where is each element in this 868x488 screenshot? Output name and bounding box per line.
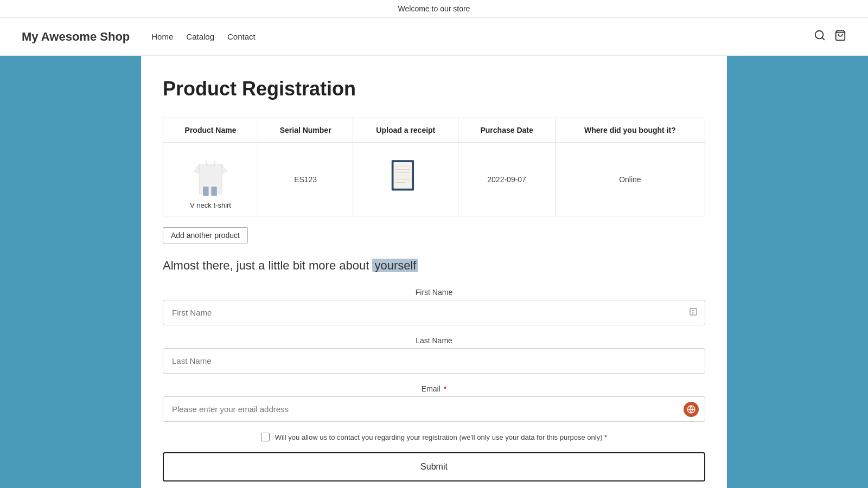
col-where-bought: Where did you bought it? xyxy=(555,118,705,143)
product-name-label: V neck t-shirt xyxy=(190,201,231,209)
nav-contact[interactable]: Contact xyxy=(227,32,256,41)
svg-rect-8 xyxy=(203,187,208,196)
cart-icon[interactable] xyxy=(834,29,846,44)
nav-links: Home Catalog Contact xyxy=(151,32,814,41)
consent-checkbox-row: Will you allow us to contact you regardi… xyxy=(163,433,705,441)
email-group: Email * xyxy=(163,384,705,422)
svg-marker-4 xyxy=(194,164,199,174)
email-label: Email * xyxy=(163,384,705,393)
email-wrapper xyxy=(163,396,705,422)
product-name-cell: V neck t-shirt xyxy=(163,143,258,216)
banner-text: Welcome to our store xyxy=(398,4,470,13)
col-serial-number: Serial Number xyxy=(258,118,353,143)
email-browser-icon xyxy=(684,402,699,417)
first-name-input[interactable] xyxy=(163,300,705,325)
first-name-label: First Name xyxy=(163,288,705,297)
first-name-group: First Name xyxy=(163,288,705,325)
serial-number-cell: ES123 xyxy=(258,143,353,216)
svg-line-6 xyxy=(206,160,207,164)
search-icon[interactable] xyxy=(814,29,826,44)
consent-label: Will you allow us to contact you regardi… xyxy=(275,433,607,441)
nav-catalog[interactable]: Catalog xyxy=(186,32,214,41)
last-name-wrapper xyxy=(163,348,705,374)
product-tshirt-image xyxy=(192,149,229,198)
svg-rect-3 xyxy=(199,164,222,194)
table-row: V neck t-shirt ES123 xyxy=(163,143,705,216)
consent-checkbox[interactable] xyxy=(261,433,270,441)
nav-home[interactable]: Home xyxy=(151,32,173,41)
last-name-label: Last Name xyxy=(163,336,705,345)
where-bought-cell: Online xyxy=(555,143,705,216)
purchase-date-cell: 2022-09-07 xyxy=(458,143,555,216)
store-banner: Welcome to our store xyxy=(0,0,868,18)
svg-rect-9 xyxy=(211,187,216,196)
col-upload-receipt: Upload a receipt xyxy=(353,118,458,143)
svg-line-1 xyxy=(822,37,824,40)
navbar: My Awesome Shop Home Catalog Contact xyxy=(0,18,868,56)
subtitle-highlight: yourself xyxy=(372,259,418,272)
main-content: Product Registration Product Name Serial… xyxy=(141,56,727,488)
col-product-name: Product Name xyxy=(163,118,258,143)
store-brand[interactable]: My Awesome Shop xyxy=(22,30,130,44)
receipt-cell xyxy=(353,143,458,216)
last-name-input[interactable] xyxy=(163,348,705,374)
add-product-button[interactable]: Add another product xyxy=(163,227,248,243)
page-title: Product Registration xyxy=(163,78,705,100)
last-name-group: Last Name xyxy=(163,336,705,374)
col-purchase-date: Purchase Date xyxy=(458,118,555,143)
section-subtitle: Almost there, just a little bit more abo… xyxy=(163,259,705,273)
first-name-icon xyxy=(689,307,698,318)
email-input[interactable] xyxy=(163,396,705,422)
subtitle-prefix: Almost there, just a little bit more abo… xyxy=(163,259,372,272)
svg-line-7 xyxy=(214,160,215,164)
submit-button[interactable]: Submit xyxy=(163,452,705,481)
receipt-image xyxy=(390,157,422,200)
svg-marker-5 xyxy=(222,164,227,174)
product-table: Product Name Serial Number Upload a rece… xyxy=(163,118,705,216)
first-name-wrapper xyxy=(163,300,705,325)
navbar-icons xyxy=(814,29,846,44)
